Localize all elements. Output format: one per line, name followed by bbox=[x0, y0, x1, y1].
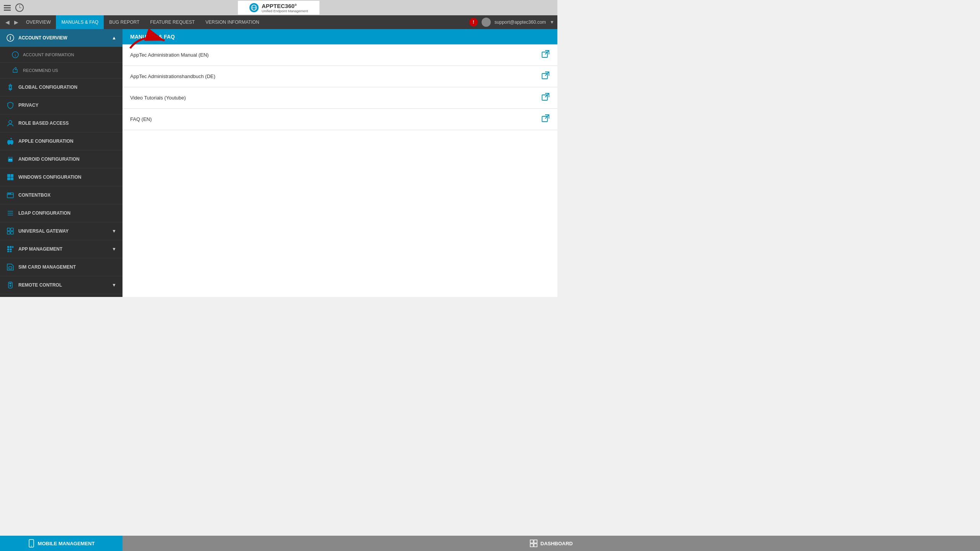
hamburger-menu[interactable] bbox=[4, 5, 11, 11]
recommend-icon bbox=[11, 67, 19, 74]
sidebar-label-app-management: APP MANAGEMENT bbox=[18, 246, 62, 252]
sidebar-label-global-config: GLOBAL CONFIGURATION bbox=[18, 85, 77, 90]
alert-icon: ! bbox=[469, 18, 478, 26]
sidebar-item-role-based-access[interactable]: ROLE BASED ACCESS bbox=[0, 114, 122, 132]
apple-icon bbox=[6, 137, 15, 145]
svg-point-11 bbox=[9, 160, 10, 160]
sidebar-item-apple-configuration[interactable]: APPLE CONFIGURATION bbox=[0, 132, 122, 150]
external-link-icon-1[interactable] bbox=[541, 52, 550, 60]
svg-text:i: i bbox=[10, 36, 11, 41]
nav-feature-request[interactable]: FEATURE REQUEST bbox=[145, 15, 200, 29]
logo-area: APPTEC360° Unified Endpoint Management bbox=[238, 1, 319, 15]
manual-label-2: AppTec Administrationshandbuch (DE) bbox=[122, 66, 534, 87]
nav-manuals-faq[interactable]: MANUALS & FAQ bbox=[56, 15, 104, 29]
apps-icon bbox=[6, 245, 15, 253]
svg-rect-27 bbox=[7, 231, 10, 234]
sidebar-label-account-info: ACCOUNT INFORMATION bbox=[23, 52, 74, 57]
ldap-icon bbox=[6, 209, 15, 217]
logo-subtitle: Unified Endpoint Management bbox=[261, 9, 308, 13]
sidebar-item-contentbox[interactable]: CONTENTBOX bbox=[0, 186, 122, 204]
content-area: MANUALS & FAQ AppTec Administration Manu… bbox=[122, 29, 557, 297]
svg-rect-10 bbox=[8, 158, 13, 162]
sidebar-label-universal-gateway: UNIVERSAL GATEWAY bbox=[18, 228, 69, 234]
nav-bar: ◀ ▶ OVERVIEW MANUALS & FAQ BUG REPORT FE… bbox=[0, 15, 557, 29]
svg-rect-15 bbox=[7, 174, 10, 177]
sidebar-item-android-configuration[interactable]: ANDROID CONFIGURATION bbox=[0, 150, 122, 168]
manuals-table: AppTec Administration Manual (EN) AppTec… bbox=[122, 44, 557, 130]
user-avatar bbox=[482, 18, 491, 27]
svg-line-43 bbox=[545, 72, 549, 76]
main-layout: i ACCOUNT OVERVIEW ▲ i ACCOUNT INFORMATI… bbox=[0, 29, 557, 297]
svg-rect-25 bbox=[7, 228, 10, 231]
sidebar-item-ldap-configuration[interactable]: LDAP CONFIGURATION bbox=[0, 204, 122, 222]
sidebar-item-account-information[interactable]: i ACCOUNT INFORMATION bbox=[0, 47, 122, 63]
manual-label-4: FAQ (EN) bbox=[122, 109, 534, 130]
svg-line-47 bbox=[545, 115, 549, 119]
external-link-icon-3[interactable] bbox=[541, 95, 550, 103]
remote-icon bbox=[6, 281, 15, 289]
svg-rect-18 bbox=[11, 178, 13, 180]
svg-text:i: i bbox=[15, 53, 16, 57]
sidebar-label-recommend: RECOMMEND US bbox=[23, 68, 58, 73]
svg-rect-35 bbox=[10, 251, 12, 252]
manual-label-1: AppTec Administration Manual (EN) bbox=[122, 44, 534, 66]
sidebar-label-role-based: ROLE BASED ACCESS bbox=[18, 121, 69, 126]
app-management-chevron: ▼ bbox=[112, 246, 116, 252]
gear-icon bbox=[6, 83, 15, 91]
svg-rect-28 bbox=[11, 231, 13, 234]
sidebar-item-sim-card-management[interactable]: SIM CARD MANAGEMENT bbox=[0, 258, 122, 276]
account-info-icon: i bbox=[11, 51, 19, 59]
sidebar-item-global-configuration[interactable]: GLOBAL CONFIGURATION bbox=[0, 78, 122, 96]
table-row-1[interactable]: AppTec Administration Manual (EN) bbox=[122, 44, 557, 66]
svg-point-20 bbox=[8, 193, 9, 194]
sidebar: i ACCOUNT OVERVIEW ▲ i ACCOUNT INFORMATI… bbox=[0, 29, 122, 297]
table-row-2[interactable]: AppTec Administrationshandbuch (DE) bbox=[122, 66, 557, 87]
nav-prev[interactable]: ◀ bbox=[3, 19, 12, 25]
sidebar-label-ldap: LDAP CONFIGURATION bbox=[18, 210, 70, 216]
svg-rect-34 bbox=[7, 251, 9, 252]
sidebar-item-recommend-us[interactable]: RECOMMEND US bbox=[0, 63, 122, 78]
content-header: MANUALS & FAQ bbox=[122, 29, 557, 44]
logo-circle bbox=[249, 3, 258, 12]
nav-next[interactable]: ▶ bbox=[12, 19, 21, 25]
info-icon: i bbox=[6, 34, 15, 42]
sim-icon bbox=[6, 263, 15, 271]
sidebar-item-windows-configuration[interactable]: WINDOWS CONFIGURATION bbox=[0, 168, 122, 186]
sidebar-item-account-overview[interactable]: i ACCOUNT OVERVIEW ▲ bbox=[0, 29, 122, 47]
svg-rect-36 bbox=[9, 267, 12, 269]
sidebar-item-universal-gateway[interactable]: UNIVERSAL GATEWAY ▼ bbox=[0, 222, 122, 240]
sidebar-item-app-management[interactable]: APP MANAGEMENT ▼ bbox=[0, 240, 122, 258]
sidebar-label-apple: APPLE CONFIGURATION bbox=[18, 139, 74, 144]
svg-line-45 bbox=[545, 93, 549, 97]
svg-rect-31 bbox=[12, 246, 13, 248]
contentbox-icon bbox=[6, 191, 15, 199]
user-chevron[interactable]: ▼ bbox=[550, 20, 554, 25]
android-icon bbox=[6, 155, 15, 163]
sidebar-label-windows: WINDOWS CONFIGURATION bbox=[18, 174, 81, 180]
sidebar-label-android: ANDROID CONFIGURATION bbox=[18, 156, 80, 162]
svg-rect-30 bbox=[10, 246, 12, 248]
sidebar-item-privacy[interactable]: PRIVACY bbox=[0, 96, 122, 114]
external-link-icon-2[interactable] bbox=[541, 73, 550, 81]
person-icon bbox=[6, 119, 15, 127]
svg-rect-29 bbox=[7, 246, 9, 248]
sidebar-label-account-overview: ACCOUNT OVERVIEW bbox=[18, 35, 67, 41]
svg-point-39 bbox=[10, 285, 11, 287]
sidebar-label-contentbox: CONTENTBOX bbox=[18, 192, 51, 198]
table-row-4[interactable]: FAQ (EN) bbox=[122, 109, 557, 130]
sidebar-label-privacy: PRIVACY bbox=[18, 103, 38, 108]
nav-version-info[interactable]: VERSION INFORMATION bbox=[200, 15, 265, 29]
sidebar-label-remote-control: REMOTE CONTROL bbox=[18, 282, 62, 288]
clock-icon bbox=[15, 3, 24, 12]
table-row-3[interactable]: Video Tutorials (Youtube) bbox=[122, 87, 557, 109]
nav-overview[interactable]: OVERVIEW bbox=[21, 15, 56, 29]
remote-control-chevron: ▼ bbox=[112, 282, 116, 288]
manual-label-3: Video Tutorials (Youtube) bbox=[122, 87, 534, 109]
svg-point-9 bbox=[9, 121, 12, 124]
gateway-icon bbox=[6, 227, 15, 235]
external-link-icon-4[interactable] bbox=[541, 116, 550, 124]
svg-point-21 bbox=[10, 193, 11, 194]
nav-bug-report[interactable]: BUG REPORT bbox=[104, 15, 145, 29]
sidebar-item-remote-control[interactable]: REMOTE CONTROL ▼ bbox=[0, 276, 122, 294]
svg-rect-38 bbox=[10, 283, 11, 284]
